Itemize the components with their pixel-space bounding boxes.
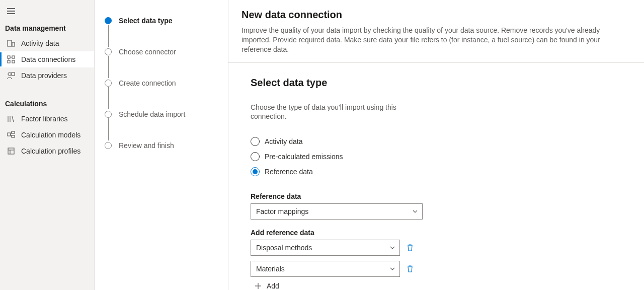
reference-item-row: Materials — [251, 261, 631, 277]
hamburger-icon — [7, 8, 15, 14]
svg-rect-5 — [8, 56, 10, 58]
step-indicator-icon — [105, 17, 112, 24]
nav-label: Data providers — [21, 71, 67, 80]
radio-icon — [251, 167, 260, 176]
select-value: Materials — [256, 265, 285, 273]
nav-label: Factor libraries — [21, 115, 68, 123]
svg-rect-4 — [12, 42, 15, 46]
radio-label: Pre-calculated emissions — [265, 153, 343, 161]
calculation-models-icon — [7, 131, 15, 139]
nav-group-title: Data management — [0, 19, 94, 35]
hamburger-button[interactable] — [0, 4, 94, 19]
delete-reference-button[interactable] — [406, 265, 414, 273]
main-body: Select data type Choose the type of data… — [228, 63, 644, 290]
section-help-text: Choose the type of data you'll import us… — [251, 103, 401, 121]
nav-group-title: Calculations — [0, 95, 94, 111]
sidebar-item-data-providers[interactable]: Data providers — [0, 67, 94, 84]
add-reference-button[interactable]: Add — [251, 282, 631, 290]
step-schedule-data-import[interactable]: Schedule data import — [105, 110, 218, 119]
step-indicator-icon — [105, 111, 112, 118]
svg-rect-17 — [12, 131, 15, 133]
step-label: Create connection — [119, 79, 176, 87]
page-description: Improve the quality of your data import … — [242, 26, 624, 54]
data-providers-icon — [7, 71, 15, 80]
sidebar-item-factor-libraries[interactable]: Factor libraries — [0, 111, 94, 127]
sidebar-item-activity-data[interactable]: Activity data — [0, 35, 94, 51]
step-review-and-finish[interactable]: Review and finish — [105, 141, 218, 150]
reference-item-row: Disposal methods — [251, 240, 631, 256]
sidebar: Data management Activity data Data conne… — [0, 0, 95, 290]
svg-rect-12 — [12, 72, 15, 76]
step-create-connection[interactable]: Create connection — [105, 79, 218, 88]
sidebar-item-data-connections[interactable]: Data connections — [0, 51, 94, 67]
svg-rect-16 — [8, 133, 11, 136]
svg-rect-6 — [12, 56, 15, 58]
sidebar-item-calculation-models[interactable]: Calculation models — [0, 127, 94, 143]
step-label: Select data type — [119, 17, 173, 25]
step-connector — [108, 87, 109, 109]
factor-libraries-icon — [7, 115, 15, 123]
calculation-profiles-icon — [7, 147, 15, 155]
chevron-down-icon — [412, 208, 418, 214]
plus-icon — [255, 282, 262, 289]
radio-icon — [251, 152, 260, 161]
delete-reference-button[interactable] — [406, 244, 414, 252]
step-choose-connector[interactable]: Choose connector — [105, 47, 218, 56]
reference-item-select[interactable]: Materials — [251, 261, 400, 277]
nav-label: Activity data — [21, 39, 59, 47]
add-reference-data-label: Add reference data — [251, 229, 631, 237]
reference-item-select[interactable]: Disposal methods — [251, 240, 400, 256]
main-panel: New data connection Improve the quality … — [228, 0, 644, 290]
select-value: Disposal methods — [256, 244, 312, 252]
data-connections-icon — [7, 55, 15, 63]
nav-label: Data connections — [21, 55, 75, 63]
svg-line-15 — [12, 116, 14, 122]
step-connector — [108, 25, 109, 47]
nav-label: Calculation profiles — [21, 147, 80, 155]
step-label: Choose connector — [119, 48, 176, 56]
wizard-stepper: Select data type Choose connector Create… — [95, 0, 228, 290]
step-indicator-icon — [105, 48, 112, 55]
svg-point-11 — [8, 72, 11, 76]
radio-label: Reference data — [265, 168, 313, 176]
activity-data-icon — [7, 39, 15, 47]
svg-rect-7 — [8, 60, 10, 63]
chevron-down-icon — [389, 266, 395, 272]
add-button-label: Add — [267, 282, 279, 290]
select-value: Factor mappings — [256, 207, 308, 215]
step-connector — [108, 118, 109, 140]
svg-rect-3 — [8, 40, 12, 46]
reference-data-select[interactable]: Factor mappings — [251, 203, 423, 220]
reference-data-block: Reference data Factor mappings — [251, 192, 631, 220]
add-reference-data-block: Add reference data Disposal methods — [251, 229, 631, 290]
step-label: Schedule data import — [119, 110, 185, 118]
radio-activity-data[interactable]: Activity data — [251, 134, 631, 149]
app-root: Data management Activity data Data conne… — [0, 0, 644, 290]
sidebar-item-calculation-profiles[interactable]: Calculation profiles — [0, 143, 94, 159]
nav-label: Calculation models — [21, 131, 80, 139]
step-indicator-icon — [105, 142, 112, 149]
main-header: New data connection Improve the quality … — [228, 0, 644, 63]
svg-rect-21 — [8, 148, 14, 154]
page-title: New data connection — [242, 9, 631, 21]
reference-data-label: Reference data — [251, 192, 631, 200]
data-type-radio-group: Activity data Pre-calculated emissions R… — [251, 134, 631, 179]
step-connector — [108, 56, 109, 78]
chevron-down-icon — [389, 245, 395, 251]
radio-reference-data[interactable]: Reference data — [251, 164, 631, 179]
radio-label: Activity data — [265, 137, 302, 146]
svg-rect-18 — [12, 135, 15, 137]
step-select-data-type[interactable]: Select data type — [105, 16, 218, 25]
section-title: Select data type — [251, 77, 631, 89]
step-label: Review and finish — [119, 141, 174, 150]
radio-pre-calculated-emissions[interactable]: Pre-calculated emissions — [251, 149, 631, 164]
radio-icon — [251, 137, 260, 146]
svg-rect-8 — [12, 60, 15, 63]
step-indicator-icon — [105, 80, 112, 87]
